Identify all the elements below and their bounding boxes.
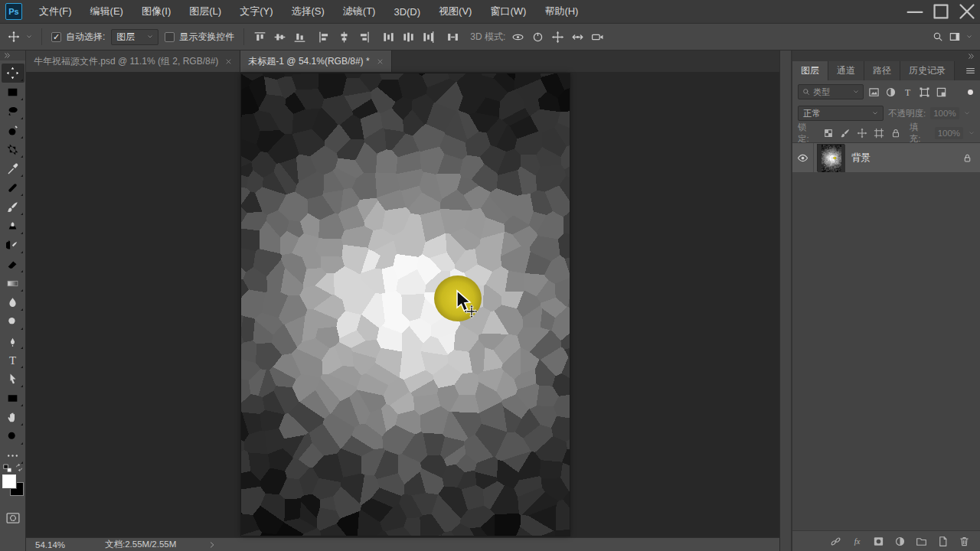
tool-pen[interactable] [2, 331, 24, 350]
swap-colors-icon[interactable] [15, 463, 24, 472]
new-layer-icon[interactable] [937, 536, 949, 547]
trash-icon[interactable] [959, 536, 970, 547]
default-colors-icon[interactable] [3, 464, 12, 473]
tool-zoom[interactable] [2, 427, 24, 446]
folder-icon[interactable] [916, 536, 927, 547]
search-icon[interactable] [933, 31, 943, 42]
menu-image[interactable]: 图像(I) [132, 0, 180, 23]
panel-tab-paths[interactable]: 路径 [864, 61, 900, 80]
distribute-horizontal-centers-icon[interactable] [402, 31, 415, 44]
pan-3d-icon[interactable] [551, 31, 564, 44]
close-tab-icon[interactable] [225, 58, 232, 65]
align-horizontal-centers-icon[interactable] [338, 31, 351, 44]
panel-tab-channels[interactable]: 通道 [828, 61, 864, 80]
chevron-down-icon[interactable] [969, 130, 975, 136]
quick-mask-button[interactable] [4, 511, 22, 525]
tool-quick-selection[interactable] [2, 121, 24, 140]
tool-path-selection[interactable] [2, 370, 24, 389]
menu-help[interactable]: 帮助(H) [535, 0, 587, 23]
tool-hand[interactable] [2, 408, 24, 427]
menu-edit[interactable]: 编辑(E) [81, 0, 132, 23]
tool-clone-stamp[interactable] [2, 217, 24, 236]
align-vertical-centers-icon[interactable] [273, 31, 286, 44]
distribute-spacing-icon[interactable] [446, 31, 459, 44]
filter-shape-icon[interactable] [919, 86, 930, 98]
menu-3d[interactable]: 3D(D) [384, 0, 430, 23]
tool-rectangular-marquee[interactable] [2, 83, 24, 102]
orbit-3d-icon[interactable] [511, 31, 524, 44]
tool-blur[interactable] [2, 293, 24, 312]
opacity-value[interactable]: 100% [930, 107, 959, 119]
menu-file[interactable]: 文件(F) [30, 0, 81, 23]
foreground-color-swatch[interactable] [2, 474, 16, 488]
tool-dodge[interactable] [2, 312, 24, 331]
tool-type[interactable]: T [2, 350, 24, 370]
slide-3d-icon[interactable] [571, 31, 584, 44]
close-tab-icon[interactable] [377, 58, 384, 65]
menu-window[interactable]: 窗口(W) [481, 0, 535, 23]
layer-thumbnail[interactable] [817, 144, 844, 171]
align-bottom-edges-icon[interactable] [293, 31, 306, 44]
panel-tab-history[interactable]: 历史记录 [900, 61, 955, 80]
adjustment-icon[interactable] [885, 86, 897, 98]
panel-menu-icon[interactable] [960, 61, 980, 80]
filter-pixel-icon[interactable] [868, 86, 880, 98]
panel-tab-layers[interactable]: 图层 [792, 61, 828, 80]
minimize-button[interactable] [902, 0, 928, 23]
lock-checkerboard-icon[interactable] [823, 128, 834, 139]
tool-eraser[interactable] [2, 255, 24, 274]
show-transform-checkbox[interactable]: 显示变换控件 [165, 31, 234, 44]
align-right-edges-icon[interactable] [358, 31, 371, 44]
status-chevron-icon[interactable] [208, 541, 216, 549]
chevron-down-icon[interactable] [964, 110, 970, 116]
filter-type-dropdown[interactable]: 类型 [798, 84, 864, 99]
tool-spot-healing-brush[interactable] [2, 178, 24, 197]
tool-brush[interactable] [2, 197, 24, 217]
close-button[interactable] [954, 0, 980, 23]
menu-select[interactable]: 选择(S) [282, 0, 333, 23]
lock-artboard-icon[interactable] [874, 128, 884, 139]
document-tab-2[interactable]: 未标题-1 @ 54.1%(RGB/8#) * [240, 51, 391, 72]
ps-logo[interactable]: Ps [5, 3, 22, 20]
layer-visibility-eye-icon[interactable] [792, 143, 814, 172]
filter-smart-icon[interactable] [936, 86, 947, 98]
zoom-level[interactable]: 54.14% [35, 540, 65, 549]
layer-name[interactable]: 背景 [851, 152, 871, 165]
distribute-right-edges-icon[interactable] [422, 31, 435, 44]
document-tab-1[interactable]: 牛年祝福源文件.psd @ 11.1% (组 2, RGB/8#) [26, 51, 240, 72]
collapse-panels-icon[interactable] [968, 53, 975, 60]
auto-select-target-dropdown[interactable]: 图层 [111, 29, 158, 45]
fx-icon[interactable]: fx [851, 536, 863, 547]
link-icon[interactable] [830, 536, 841, 547]
align-left-edges-icon[interactable] [318, 31, 331, 44]
workspace-switcher-icon[interactable] [949, 31, 960, 42]
collapse-toolbar-icon[interactable] [0, 51, 25, 60]
filter-type-icon[interactable]: T [902, 86, 913, 98]
align-top-edges-icon[interactable] [253, 31, 266, 44]
blend-mode-dropdown[interactable]: 正常 [798, 106, 884, 121]
roll-3d-icon[interactable] [531, 31, 544, 44]
lock-move-icon[interactable] [857, 128, 867, 139]
tool-crop[interactable] [2, 140, 24, 159]
fill-value[interactable]: 100% [935, 127, 963, 139]
menu-view[interactable]: 视图(V) [430, 0, 481, 23]
distribute-left-edges-icon[interactable] [382, 31, 395, 44]
tool-lasso[interactable] [2, 102, 24, 121]
menu-filter[interactable]: 滤镜(T) [334, 0, 385, 23]
filter-toggle-icon[interactable] [966, 88, 975, 96]
adjustment-icon[interactable] [894, 536, 906, 547]
camera-3d-icon[interactable] [591, 31, 604, 44]
menu-layer[interactable]: 图层(L) [180, 0, 230, 23]
auto-select-checkbox[interactable]: ✓ 自动选择: [51, 31, 105, 44]
layer-row-background[interactable]: 背景 [792, 143, 980, 172]
lock-padlock-icon[interactable] [890, 128, 901, 139]
lock-brush-icon[interactable] [840, 128, 851, 139]
maximize-button[interactable] [928, 0, 954, 23]
tool-history-brush[interactable] [2, 236, 24, 255]
tool-rectangle[interactable] [2, 389, 24, 408]
chevron-down-icon[interactable] [966, 34, 972, 40]
document-canvas[interactable] [241, 73, 570, 536]
tool-eyedropper[interactable] [2, 159, 24, 178]
tool-move[interactable] [2, 64, 24, 83]
menu-type[interactable]: 文字(Y) [230, 0, 282, 23]
